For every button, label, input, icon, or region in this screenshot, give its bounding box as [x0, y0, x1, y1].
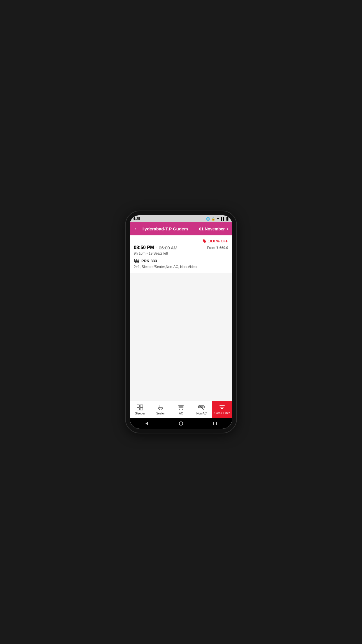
discount-row: 10.0 % OFF [134, 239, 228, 243]
world-icon: 🌐 [206, 217, 210, 221]
android-nav [130, 418, 232, 429]
bus-number-row: PRK-333 [134, 258, 228, 264]
bus-icon [134, 258, 140, 264]
header-date: 01 November [199, 227, 225, 231]
seats-left: 19 Seats left [149, 251, 168, 256]
back-icon[interactable]: ← [134, 226, 139, 232]
android-home-btn[interactable] [178, 420, 184, 427]
wifi-icon: ▼ [217, 217, 220, 220]
nav-sleeper[interactable]: Sleeper [130, 401, 150, 418]
duration: 9h 10m [134, 251, 145, 256]
bus-card[interactable]: 10.0 % OFF 08:50 PM - 06:00 AM From ₹ 66… [130, 235, 232, 273]
main-content: 10.0 % OFF 08:50 PM - 06:00 AM From ₹ 66… [130, 235, 232, 401]
status-bar: 4:25 🌐 🔒 ▼ ▌▌ ▊ [130, 215, 232, 222]
nav-ac-label: AC [179, 412, 183, 415]
next-icon[interactable]: › [226, 226, 228, 232]
nav-nonac[interactable]: Non-AC [191, 401, 212, 418]
battery-icon: ▊ [226, 217, 229, 221]
svg-rect-2 [137, 259, 139, 260]
tag-icon [203, 239, 207, 243]
nav-seater-label: Seater [156, 412, 165, 415]
seater-icon [158, 405, 164, 411]
nav-nonac-label: Non-AC [196, 412, 207, 415]
price-info: From ₹ 660.0 [207, 245, 228, 250]
discount-tag: 10.0 % OFF [203, 239, 228, 243]
duration-row: 9h 10m • 19 Seats left [134, 251, 228, 256]
svg-rect-8 [137, 408, 140, 410]
price-from-label: From ₹ 660.0 [207, 246, 228, 250]
header-left[interactable]: ← Hyderabad-T.P Gudem [134, 226, 188, 232]
sortfilter-icon [219, 405, 225, 411]
nav-seater[interactable]: Seater [150, 401, 171, 418]
sleeper-icon [137, 405, 143, 411]
nav-sortfilter[interactable]: Sort & Filter [212, 401, 232, 418]
android-recent-btn[interactable] [212, 420, 219, 427]
bus-type: 2+1, Sleeper/Seater,Non-AC, Non-Video [134, 265, 228, 269]
svg-rect-1 [135, 259, 136, 260]
time-separator: - [156, 245, 157, 250]
nav-ac[interactable]: AC [171, 401, 191, 418]
android-back-btn[interactable] [143, 420, 150, 427]
header: ← Hyderabad-T.P Gudem 01 November › [130, 222, 232, 235]
time-price-row: 08:50 PM - 06:00 AM From ₹ 660.0 [134, 245, 228, 250]
nav-sleeper-label: Sleeper [135, 412, 145, 415]
phone-screen: 4:25 🌐 🔒 ▼ ▌▌ ▊ ← Hyderabad-T.P Gudem 01… [130, 215, 232, 429]
svg-rect-9 [140, 408, 143, 410]
lock-icon: 🔒 [211, 217, 215, 221]
ac-icon [178, 405, 184, 411]
nav-sortfilter-label: Sort & Filter [214, 412, 230, 415]
status-time: 4:25 [133, 217, 140, 221]
duration-dot: • [146, 251, 147, 256]
nonac-icon [198, 405, 205, 411]
header-title: Hyderabad-T.P Gudem [141, 226, 188, 231]
svg-rect-6 [137, 405, 140, 407]
status-icons: 🌐 🔒 ▼ ▌▌ ▊ [206, 217, 229, 221]
svg-rect-7 [140, 405, 143, 407]
header-right[interactable]: 01 November › [199, 226, 228, 232]
signal-icon: ▌▌ [221, 217, 225, 220]
bottom-nav: Sleeper Seater [130, 401, 232, 418]
bus-number: PRK-333 [141, 259, 157, 263]
time-info: 08:50 PM - 06:00 AM [134, 245, 177, 250]
depart-time: 08:50 PM [134, 245, 154, 250]
phone-device: 4:25 🌐 🔒 ▼ ▌▌ ▊ ← Hyderabad-T.P Gudem 01… [126, 211, 236, 433]
svg-rect-5 [135, 262, 138, 262]
discount-label: 10.0 % OFF [208, 239, 228, 243]
arrive-time: 06:00 AM [159, 245, 177, 250]
